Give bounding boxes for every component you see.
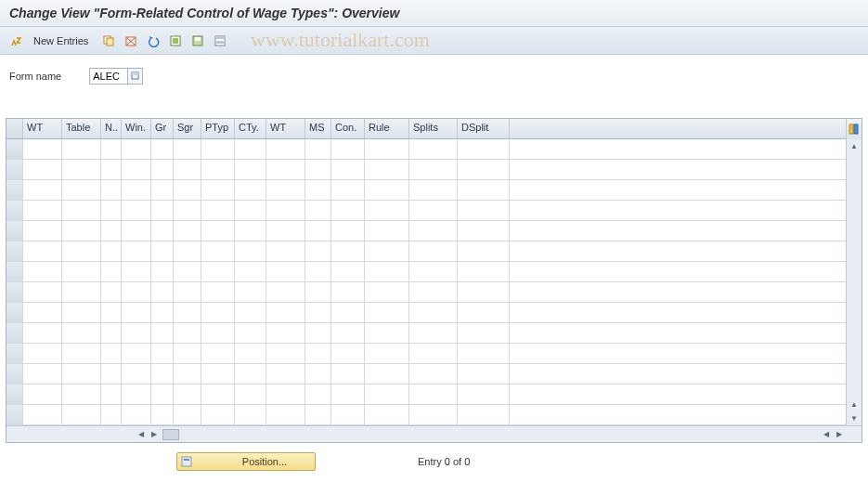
grid-cell[interactable] [365,262,409,281]
row-selector[interactable] [6,262,23,281]
row-selector[interactable] [6,139,23,159]
grid-cell[interactable] [23,221,62,241]
column-header[interactable]: PTyp [201,119,235,138]
grid-cell[interactable] [235,303,266,322]
row-selector[interactable] [6,405,23,424]
grid-cell[interactable] [266,221,305,241]
grid-cell[interactable] [151,139,174,159]
grid-cell[interactable] [201,180,235,200]
grid-cell[interactable] [151,160,174,179]
grid-cell[interactable] [151,344,174,363]
grid-cell[interactable] [409,262,458,281]
select-block-icon[interactable] [211,32,229,50]
grid-cell[interactable] [62,201,101,220]
grid-cell[interactable] [23,262,62,281]
grid-cell[interactable] [266,323,305,343]
grid-cell[interactable] [458,262,510,281]
grid-cell[interactable] [174,180,201,200]
grid-cell[interactable] [365,405,409,424]
row-selector[interactable] [6,180,23,200]
grid-cell[interactable] [266,262,305,281]
grid-cell[interactable] [201,221,235,241]
grid-cell[interactable] [174,405,201,424]
grid-cell[interactable] [409,221,458,241]
grid-cell[interactable] [101,201,122,220]
grid-cell[interactable] [201,364,235,384]
grid-cell[interactable] [23,303,62,322]
select-all-icon[interactable] [166,32,185,50]
grid-cell[interactable] [122,364,151,384]
column-header[interactable]: Splits [409,119,458,138]
grid-cell[interactable] [458,201,510,220]
grid-cell[interactable] [458,364,510,384]
grid-cell[interactable] [122,180,151,200]
grid-cell[interactable] [23,160,62,179]
grid-cell[interactable] [331,221,365,241]
grid-cell[interactable] [62,384,101,404]
grid-cell[interactable] [458,303,510,322]
grid-cell[interactable] [458,160,510,179]
grid-cell[interactable] [122,303,151,322]
grid-cell[interactable] [365,282,409,302]
grid-cell[interactable] [122,262,151,281]
row-selector[interactable] [6,221,23,241]
grid-cell[interactable] [23,323,62,343]
column-header[interactable]: N.. [101,119,122,138]
grid-cell[interactable] [151,364,174,384]
grid-cell[interactable] [235,160,266,179]
grid-cell[interactable] [101,344,122,363]
grid-cell[interactable] [305,180,331,200]
grid-cell[interactable] [409,241,458,261]
grid-cell[interactable] [305,241,331,261]
grid-cell[interactable] [62,139,101,159]
column-header[interactable]: CTy. [235,119,266,138]
grid-cell[interactable] [62,344,101,363]
grid-cell[interactable] [62,303,101,322]
grid-cell[interactable] [365,201,409,220]
grid-cell[interactable] [174,384,201,404]
table-settings-icon[interactable] [846,119,862,139]
grid-cell[interactable] [122,405,151,424]
grid-cell[interactable] [122,160,151,179]
column-header[interactable]: Win. [122,119,151,138]
grid-cell[interactable] [458,384,510,404]
grid-cell[interactable] [174,201,201,220]
grid-cell[interactable] [331,201,365,220]
row-selector[interactable] [6,384,23,404]
row-selector[interactable] [6,344,23,363]
grid-cell[interactable] [201,241,235,261]
grid-cell[interactable] [365,303,409,322]
column-header[interactable]: WT [23,119,62,138]
grid-cell[interactable] [101,405,122,424]
grid-cell[interactable] [101,323,122,343]
grid-cell[interactable] [201,405,235,424]
grid-cell[interactable] [235,201,266,220]
grid-cell[interactable] [331,303,365,322]
grid-cell[interactable] [365,180,409,200]
grid-cell[interactable] [151,241,174,261]
grid-cell[interactable] [23,139,62,159]
grid-cell[interactable] [305,262,331,281]
grid-cell[interactable] [331,160,365,179]
grid-cell[interactable] [266,344,305,363]
grid-cell[interactable] [23,344,62,363]
grid-cell[interactable] [266,180,305,200]
scroll-right-icon[interactable]: ▶ [148,428,161,441]
grid-cell[interactable] [23,201,62,220]
row-selector[interactable] [6,241,23,261]
grid-cell[interactable] [151,262,174,281]
grid-cell[interactable] [151,282,174,302]
grid-cell[interactable] [365,384,409,404]
grid-cell[interactable] [151,303,174,322]
column-header[interactable]: Gr [151,119,174,138]
grid-cell[interactable] [331,384,365,404]
grid-cell[interactable] [365,241,409,261]
grid-cell[interactable] [151,384,174,404]
grid-cell[interactable] [101,160,122,179]
grid-cell[interactable] [409,139,458,159]
grid-cell[interactable] [458,323,510,343]
scroll-down-icon[interactable]: ▲ [848,397,862,411]
grid-cell[interactable] [409,364,458,384]
column-header[interactable]: Con. [331,119,365,138]
undo-icon[interactable] [144,32,162,50]
